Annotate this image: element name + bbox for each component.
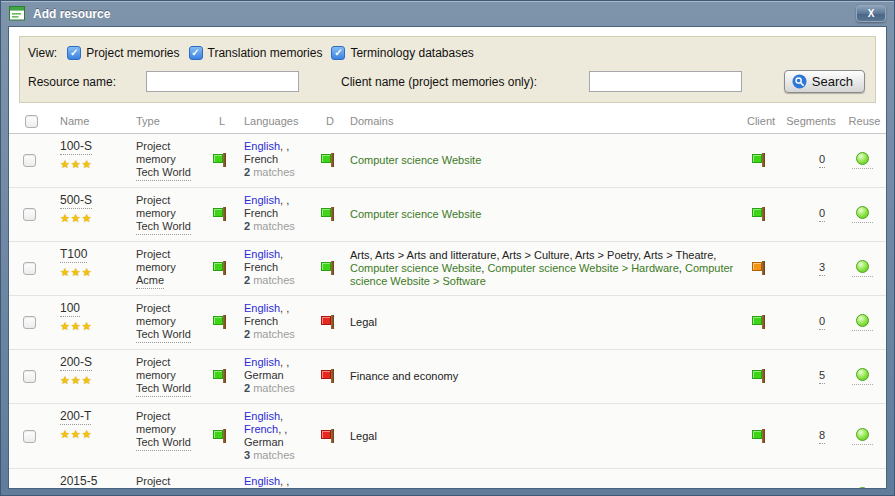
red-flag-icon — [321, 369, 336, 384]
green-flag-icon — [752, 315, 767, 330]
domains-text: Legal — [350, 430, 377, 443]
resource-name[interactable]: 500-S — [60, 194, 92, 209]
language-link[interactable]: English — [244, 475, 280, 487]
resource-name[interactable]: T100 — [60, 248, 87, 263]
reuse-indicator[interactable] — [852, 260, 873, 277]
language-link[interactable]: English — [244, 194, 280, 206]
green-flag-icon — [213, 153, 228, 168]
reuse-indicator[interactable] — [852, 152, 873, 169]
reuse-indicator[interactable] — [852, 206, 873, 223]
language-text: French — [244, 261, 278, 273]
resource-type: Project memory — [136, 140, 203, 166]
language-text: , , — [280, 475, 289, 487]
segments-count[interactable]: 0 — [819, 207, 825, 222]
select-all-checkbox[interactable] — [25, 115, 38, 128]
language-link[interactable]: French — [244, 423, 278, 435]
header-languages: Languages — [237, 109, 317, 133]
segments-count[interactable]: 8 — [819, 429, 825, 444]
header-segments: Segments — [783, 109, 839, 133]
resource-owner[interactable]: Tech World — [136, 382, 191, 397]
row-checkbox[interactable] — [23, 430, 36, 443]
orange-flag-icon — [752, 261, 767, 276]
reuse-indicator[interactable] — [852, 368, 873, 385]
table-body[interactable]: 100-S★★★Project memoryTech WorldEnglish,… — [9, 134, 886, 488]
header-select — [9, 109, 53, 133]
resource-name[interactable]: 100-S — [60, 140, 92, 155]
segments-count[interactable]: 0 — [819, 153, 825, 168]
rating-stars-icon: ★★★ — [60, 158, 125, 171]
view-option-translation-memories[interactable]: ✓Translation memories — [189, 46, 323, 60]
row-checkbox[interactable] — [23, 262, 36, 275]
language-text: German — [244, 369, 284, 381]
table-header: NameTypeLLanguagesDDomainsClientSegments… — [9, 109, 886, 134]
close-button[interactable]: X — [856, 5, 886, 22]
view-option-terminology-databases[interactable]: ✓Terminology databases — [331, 46, 473, 60]
row-checkbox[interactable] — [23, 154, 36, 167]
segments-count[interactable]: 5 — [819, 369, 825, 384]
client-name-input[interactable] — [589, 71, 742, 92]
row-checkbox[interactable] — [23, 208, 36, 221]
resource-name[interactable]: 100 — [60, 302, 80, 317]
resource-type: Project memory — [136, 410, 203, 436]
language-text: , — [280, 410, 283, 422]
checkbox-checked-icon[interactable]: ✓ — [67, 46, 81, 60]
resource-owner[interactable]: Tech World — [136, 220, 191, 235]
search-row: Resource name: Client name (project memo… — [28, 70, 867, 93]
table-row: T100★★★Project memoryAcmeEnglish,French2… — [9, 242, 886, 296]
view-option-label: Terminology databases — [350, 46, 473, 60]
reuse-ball-icon — [856, 260, 869, 273]
reuse-indicator[interactable] — [852, 314, 873, 331]
view-option-project-memories[interactable]: ✓Project memories — [67, 46, 179, 60]
resource-name[interactable]: 200-S — [60, 356, 92, 371]
green-flag-icon — [213, 315, 228, 330]
language-link[interactable]: English — [244, 248, 280, 260]
reuse-ball-icon — [856, 428, 869, 441]
view-label: View: — [28, 46, 57, 60]
search-button[interactable]: Search — [784, 70, 865, 93]
rating-stars-icon: ★★★ — [60, 266, 125, 279]
resource-name[interactable]: 200-T — [60, 410, 91, 425]
add-resource-dialog: Add resource X View: ✓Project memories✓T… — [0, 0, 895, 496]
table-row: 2015-5★★★Project memoryTech WorldEnglish… — [9, 469, 886, 488]
rating-stars-icon: ★★★ — [60, 374, 125, 387]
resource-owner[interactable]: Tech World — [136, 436, 191, 451]
resource-owner[interactable]: Acme — [136, 274, 164, 289]
header-d: D — [317, 109, 343, 133]
dialog-title: Add resource — [33, 7, 110, 21]
green-flag-icon — [752, 153, 767, 168]
green-flag-icon — [752, 207, 767, 222]
domains-text: Arts, Arts > Arts and litterature, Arts … — [350, 249, 735, 288]
header-client: Client — [739, 109, 783, 133]
resource-name-input[interactable] — [146, 71, 299, 92]
language-link[interactable]: English — [244, 410, 280, 422]
language-text: , , — [280, 194, 289, 206]
language-text: French — [244, 153, 278, 165]
language-link[interactable]: English — [244, 140, 280, 152]
language-link[interactable]: English — [244, 302, 280, 314]
language-text: , , — [280, 356, 289, 368]
header-type: Type — [129, 109, 207, 133]
reuse-indicator[interactable] — [852, 487, 873, 488]
resource-owner[interactable]: Tech World — [136, 328, 191, 343]
green-flag-icon — [213, 261, 228, 276]
segments-count[interactable]: 3 — [819, 261, 825, 276]
matches-count: 2 matches — [244, 274, 313, 287]
row-checkbox[interactable] — [23, 316, 36, 329]
header-reuse: Reuse — [839, 109, 886, 133]
red-flag-icon — [321, 315, 336, 330]
checkbox-checked-icon[interactable]: ✓ — [189, 46, 203, 60]
red-flag-icon — [321, 429, 336, 444]
reuse-indicator[interactable] — [852, 428, 873, 445]
reuse-ball-icon — [856, 368, 869, 381]
search-icon — [792, 74, 807, 89]
segments-count[interactable]: 0 — [819, 315, 825, 330]
resource-name[interactable]: 2015-5 — [60, 475, 97, 488]
language-link[interactable]: English — [244, 356, 280, 368]
language-text: German — [244, 436, 284, 448]
row-checkbox[interactable] — [23, 370, 36, 383]
checkbox-checked-icon[interactable]: ✓ — [331, 46, 345, 60]
table-row: 100★★★Project memoryTech WorldEnglish, ,… — [9, 296, 886, 350]
dialog-titlebar: Add resource X — [1, 1, 894, 26]
language-text: , , — [278, 423, 287, 435]
resource-owner[interactable]: Tech World — [136, 166, 191, 181]
